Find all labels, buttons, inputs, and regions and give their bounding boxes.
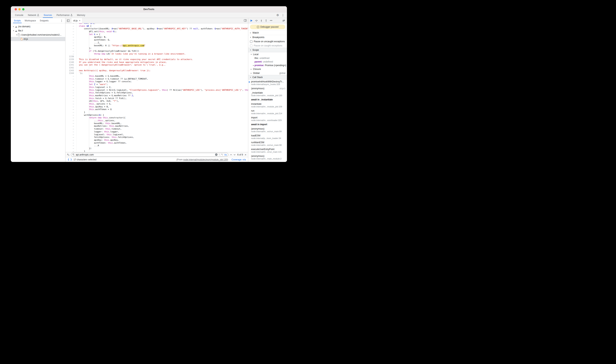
line-gutter[interactable]: – bbox=[65, 111, 76, 114]
scope-group-global[interactable]: ▸Globalglobal bbox=[248, 71, 287, 75]
line-gutter[interactable]: – bbox=[65, 89, 76, 92]
source-origin-link[interactable]: node:internal/modules/esm/module_job:130 bbox=[183, 158, 227, 161]
line-text[interactable]: this._options = G, bbox=[76, 103, 248, 105]
line-text[interactable]: authToken: Q, bbox=[76, 39, 248, 41]
line-gutter[interactable]: 1339 bbox=[65, 58, 76, 61]
line-gutter[interactable]: 1338 bbox=[65, 55, 76, 58]
editor-tab-cli-js[interactable]: cli.js × bbox=[71, 18, 83, 23]
line-text[interactable]: logger: this.logger, bbox=[76, 130, 248, 133]
scope-group-closure[interactable]: ▸Closure bbox=[248, 67, 287, 71]
line-text[interactable]: class $B { bbox=[76, 25, 248, 28]
line-gutter[interactable]: – bbox=[65, 25, 76, 28]
tree-item-cli-js[interactable]: cli.js bbox=[11, 37, 65, 41]
line-gutter[interactable]: – bbox=[65, 114, 76, 117]
line-text[interactable]: }; bbox=[76, 47, 248, 50]
line-text[interactable]: constructor({baseURL: A=ao("ANTHROPIC_BA… bbox=[76, 27, 248, 30]
tree-item-file-[interactable]: ▾☁file:// bbox=[11, 29, 65, 33]
chevron-down-icon[interactable]: ▾ bbox=[12, 30, 15, 32]
chevron-down-icon[interactable]: ▾ bbox=[15, 34, 18, 36]
line-text[interactable]: this.authToken = Q bbox=[76, 108, 248, 111]
line-gutter[interactable]: – bbox=[65, 97, 76, 100]
line-text[interactable]: apiKey: B, bbox=[76, 36, 248, 39]
line-gutter[interactable]: – bbox=[65, 91, 76, 94]
line-text[interactable]: var Xs0, $F1; bbox=[76, 23, 248, 25]
line-text[interactable]: fetchOptions: this.fetchOptions, bbox=[76, 136, 248, 139]
line-text[interactable]: this.fetch = G.fetch ?? Fs0(), bbox=[76, 97, 248, 100]
line-gutter[interactable]: – bbox=[65, 47, 76, 50]
next-match-icon[interactable] bbox=[234, 154, 236, 156]
line-text[interactable]: baseURL: A || "https://api.anthropic.com… bbox=[76, 44, 248, 47]
line-text[interactable]: $F1.set(this, void 0); bbox=[76, 30, 248, 33]
line-gutter[interactable]: – bbox=[65, 41, 76, 44]
close-find-bar-icon[interactable]: × bbox=[245, 153, 246, 156]
callstack-frame[interactable]: (anonymous)node:internal/m...es/run_main… bbox=[248, 127, 287, 133]
match-case-toggle-icon[interactable]: Aa bbox=[224, 154, 227, 156]
resume-script-icon[interactable] bbox=[250, 20, 253, 22]
tree-item--no-domain-[interactable]: ▸☁(no domain) bbox=[11, 25, 65, 29]
line-text[interactable]: return new this.constructor({ bbox=[76, 117, 248, 119]
callstack-frame[interactable]: executeUserEntryPointnode:internal/m...s… bbox=[248, 147, 287, 154]
line-text[interactable]: ...A bbox=[76, 144, 248, 147]
zoom-window-button[interactable] bbox=[22, 8, 25, 10]
line-text[interactable]: let Z = "warn"; bbox=[76, 83, 248, 86]
settings-gear-icon[interactable]: ⚙ bbox=[277, 13, 279, 17]
callstack-frame[interactable]: promiseInitHookWithDestroyTr...node:inte… bbox=[248, 79, 287, 86]
line-gutter[interactable]: – bbox=[65, 39, 76, 41]
line-text[interactable]: o9(this, $F1, Xs0, "f"), bbox=[76, 100, 248, 103]
tab-network[interactable]: Network bbox=[26, 12, 41, 18]
navigator-tab-scripts[interactable]: Scripts bbox=[12, 18, 23, 23]
line-gutter[interactable]: – bbox=[65, 33, 76, 36]
line-gutter[interactable]: 1342 bbox=[65, 66, 76, 69]
scope-group-local[interactable]: ▾Local bbox=[248, 52, 287, 56]
line-gutter[interactable]: – bbox=[65, 133, 76, 136]
line-text[interactable]: logLevel: this.logLevel, bbox=[76, 133, 248, 136]
line-gutter[interactable]: – bbox=[65, 108, 76, 111]
line-text[interactable]: } bbox=[76, 150, 248, 152]
line-gutter[interactable]: – bbox=[65, 27, 76, 30]
line-text[interactable]: this.logLevel = Hc1(G.logLevel, "ClientO… bbox=[76, 89, 248, 92]
line-gutter[interactable]: – bbox=[65, 94, 76, 97]
line-gutter[interactable]: – bbox=[65, 125, 76, 128]
line-gutter[interactable]: – bbox=[65, 147, 76, 150]
line-gutter[interactable]: – bbox=[65, 100, 76, 103]
line-text[interactable]: `); bbox=[76, 72, 248, 75]
line-text[interactable]: you can set the \`dangerouslyAllowBrowse… bbox=[76, 64, 248, 66]
line-gutter[interactable]: – bbox=[65, 80, 76, 83]
line-text[interactable]: }) bbox=[76, 147, 248, 150]
navigator-tab-snippets[interactable]: Snippets bbox=[38, 18, 51, 23]
line-text[interactable]: withOptions(A) { bbox=[76, 114, 248, 117]
line-gutter[interactable]: – bbox=[65, 36, 76, 39]
step-over-icon[interactable] bbox=[255, 20, 258, 22]
section-call-stack[interactable]: ▾ Call Stack bbox=[248, 75, 287, 79]
line-text[interactable]: If you understand the risks and have app… bbox=[76, 61, 248, 64]
clear-search-icon[interactable]: × bbox=[215, 153, 218, 156]
line-text[interactable]: new Anthropic({ apiKey, dangerouslyAllow… bbox=[76, 69, 248, 72]
section-watch[interactable]: ▸ Watch bbox=[248, 30, 287, 35]
line-gutter[interactable]: – bbox=[65, 142, 76, 144]
tab-sources[interactable]: Sources bbox=[41, 12, 54, 18]
step-out-icon[interactable] bbox=[265, 20, 267, 22]
line-text[interactable] bbox=[76, 55, 248, 58]
line-text[interactable]: authToken: this.authToken, bbox=[76, 142, 248, 144]
more-options-icon[interactable]: ⋮ bbox=[282, 14, 284, 17]
line-gutter[interactable]: – bbox=[65, 105, 76, 108]
line-text[interactable]: this.apiKey = B, bbox=[76, 105, 248, 108]
callstack-frame[interactable]: importnode:internal/m...esm/loader:329 bbox=[248, 116, 287, 122]
line-gutter[interactable]: – bbox=[65, 130, 76, 133]
tree-item-users-jinhuilee-nvm-versions-node-v2-[interactable]: ▾Users/jinhuilee/.nvm/versions/node/v2..… bbox=[11, 33, 65, 37]
step-icon[interactable] bbox=[270, 20, 272, 22]
close-window-button[interactable] bbox=[14, 8, 17, 10]
line-gutter[interactable]: 1343 bbox=[65, 69, 76, 72]
line-text[interactable]: this.baseURL = G.baseURL, bbox=[76, 75, 248, 78]
tab-console[interactable]: Console bbox=[13, 12, 26, 18]
line-gutter[interactable]: – bbox=[65, 144, 76, 147]
tab-performance[interactable]: Performance bbox=[54, 12, 75, 18]
line-text[interactable]: let G = { bbox=[76, 33, 248, 36]
line-gutter[interactable]: 1340 bbox=[65, 61, 76, 64]
deactivate-breakpoints-icon[interactable] bbox=[283, 20, 285, 22]
line-text[interactable]: this.timeout = G.timeout ?? Lw.DEFAULT_T… bbox=[76, 78, 248, 80]
line-text[interactable]: if (!G.dangerouslyAllowBrowser && Ys0()) bbox=[76, 50, 248, 53]
search-input[interactable] bbox=[76, 153, 214, 156]
regex-toggle-icon[interactable]: (.*) bbox=[219, 154, 223, 156]
callstack-frame[interactable]: instantiatenode:internal/m...module_job:… bbox=[248, 102, 287, 109]
